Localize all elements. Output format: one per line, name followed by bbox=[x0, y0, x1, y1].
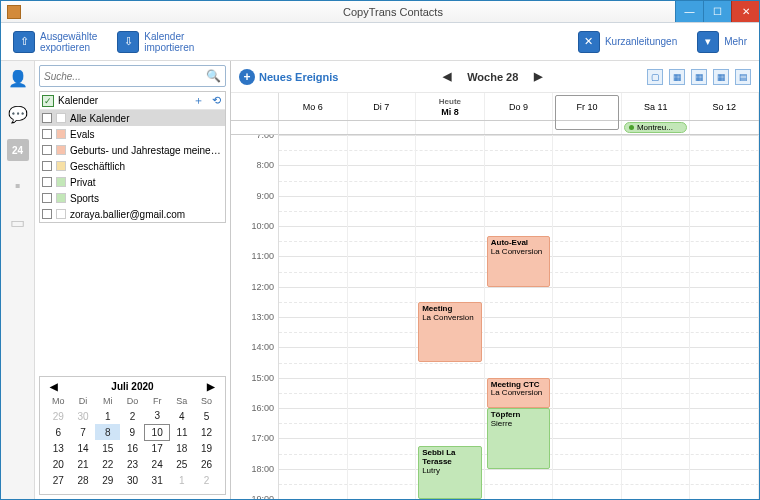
allday-cell[interactable] bbox=[485, 121, 554, 134]
calendar-row[interactable]: Evals bbox=[40, 126, 225, 142]
minical-day[interactable]: 18 bbox=[170, 440, 195, 456]
rail-device-icon[interactable]: ▭ bbox=[7, 211, 29, 233]
calendar-row[interactable]: Geschäftlich bbox=[40, 158, 225, 174]
rail-contacts-icon[interactable]: 👤 bbox=[7, 67, 29, 89]
calendar-checkbox[interactable] bbox=[42, 161, 52, 171]
minical-day[interactable]: 9 bbox=[120, 424, 145, 440]
calendar-checkbox[interactable] bbox=[42, 193, 52, 203]
calendar-event[interactable]: MeetingLa Conversion bbox=[418, 302, 482, 363]
minical-day[interactable]: 19 bbox=[194, 440, 219, 456]
day-header[interactable]: Sa 11 bbox=[622, 93, 691, 120]
search-icon[interactable]: 🔍 bbox=[206, 69, 221, 83]
minical-day[interactable]: 4 bbox=[170, 408, 195, 424]
day-column[interactable] bbox=[690, 135, 759, 499]
minical-day[interactable]: 20 bbox=[46, 456, 71, 472]
rail-messages-icon[interactable]: 💬 bbox=[7, 103, 29, 125]
minical-day[interactable]: 31 bbox=[145, 472, 170, 488]
calendar-checkbox[interactable] bbox=[42, 113, 52, 123]
refresh-calendar-icon[interactable]: ⟲ bbox=[209, 94, 223, 108]
minical-day[interactable]: 14 bbox=[71, 440, 96, 456]
calendar-event[interactable]: Meeting CTCLa Conversion bbox=[487, 378, 551, 408]
day-column[interactable]: Auto-EvalLa ConversionMeeting CTCLa Conv… bbox=[485, 135, 554, 499]
minical-day[interactable]: 15 bbox=[95, 440, 120, 456]
minical-day[interactable]: 13 bbox=[46, 440, 71, 456]
calendar-row[interactable]: Privat bbox=[40, 174, 225, 190]
view-workweek[interactable]: ▦ bbox=[669, 69, 685, 85]
allday-cell[interactable]: Montreu... bbox=[622, 121, 691, 134]
rail-calendar-icon[interactable]: 24 bbox=[7, 139, 29, 161]
minical-day[interactable]: 7 bbox=[71, 424, 96, 440]
allday-cell[interactable] bbox=[348, 121, 417, 134]
minical-day[interactable]: 23 bbox=[120, 456, 145, 472]
minical-day[interactable]: 28 bbox=[71, 472, 96, 488]
add-calendar-icon[interactable]: ＋ bbox=[191, 94, 205, 108]
minical-day[interactable]: 29 bbox=[95, 472, 120, 488]
day-header[interactable]: Do 9 bbox=[485, 93, 554, 120]
window-minimize[interactable]: — bbox=[675, 1, 703, 22]
minical-day[interactable]: 10 bbox=[145, 424, 170, 440]
view-agenda[interactable]: ▤ bbox=[735, 69, 751, 85]
minical-day[interactable]: 3 bbox=[145, 408, 170, 424]
minical-day[interactable]: 30 bbox=[120, 472, 145, 488]
time-grid[interactable]: 7:008:009:0010:0011:0012:0013:0014:0015:… bbox=[231, 135, 759, 499]
calendar-checkbox[interactable] bbox=[42, 129, 52, 139]
calendar-row[interactable]: Sports bbox=[40, 190, 225, 206]
minical-day[interactable]: 2 bbox=[120, 408, 145, 424]
view-week[interactable]: ▦ bbox=[691, 69, 707, 85]
day-header[interactable]: HeuteMi 8 bbox=[416, 93, 485, 120]
allday-event[interactable]: Montreu... bbox=[624, 122, 688, 133]
minical-day[interactable]: 12 bbox=[194, 424, 219, 440]
minical-day[interactable]: 1 bbox=[170, 472, 195, 488]
calendar-row[interactable]: Geburts- und Jahrestage meiner Konta... bbox=[40, 142, 225, 158]
minical-next[interactable]: ▶ bbox=[203, 381, 219, 392]
import-calendar-button[interactable]: ⇩ Kalenderimportieren bbox=[111, 29, 200, 55]
minical-day[interactable]: 8 bbox=[95, 424, 120, 440]
day-header[interactable]: Fr 10 bbox=[553, 93, 622, 120]
minical-prev[interactable]: ◀ bbox=[46, 381, 62, 392]
minical-day[interactable]: 16 bbox=[120, 440, 145, 456]
search-box[interactable]: 🔍 bbox=[39, 65, 226, 87]
minical-day[interactable]: 1 bbox=[95, 408, 120, 424]
day-column[interactable] bbox=[622, 135, 691, 499]
minical-day[interactable]: 6 bbox=[46, 424, 71, 440]
new-event-button[interactable]: + Neues Ereignis bbox=[239, 69, 338, 85]
window-close[interactable]: ✕ bbox=[731, 1, 759, 22]
calendar-checkbox[interactable] bbox=[42, 177, 52, 187]
day-column[interactable] bbox=[279, 135, 348, 499]
minical-day[interactable]: 26 bbox=[194, 456, 219, 472]
minical-day[interactable]: 30 bbox=[71, 408, 96, 424]
calendar-event[interactable]: Auto-EvalLa Conversion bbox=[487, 236, 551, 287]
minical-day[interactable]: 25 bbox=[170, 456, 195, 472]
day-column[interactable] bbox=[553, 135, 622, 499]
window-maximize[interactable]: ☐ bbox=[703, 1, 731, 22]
allday-cell[interactable] bbox=[279, 121, 348, 134]
day-column[interactable] bbox=[348, 135, 417, 499]
rail-notes-icon[interactable]: ▪ bbox=[7, 175, 29, 197]
calendar-row[interactable]: zoraya.ballier@gmail.com bbox=[40, 206, 225, 222]
minical-day[interactable]: 22 bbox=[95, 456, 120, 472]
calendar-master-checkbox[interactable]: ✓ bbox=[42, 95, 54, 107]
calendar-checkbox[interactable] bbox=[42, 145, 52, 155]
minical-day[interactable]: 27 bbox=[46, 472, 71, 488]
search-input[interactable] bbox=[44, 71, 206, 82]
calendar-event[interactable]: Sebbi La TerasseLutry bbox=[418, 446, 482, 499]
view-month[interactable]: ▦ bbox=[713, 69, 729, 85]
day-header[interactable]: So 12 bbox=[690, 93, 759, 120]
allday-cell[interactable] bbox=[553, 121, 622, 134]
minical-day[interactable]: 24 bbox=[145, 456, 170, 472]
minical-day[interactable]: 29 bbox=[46, 408, 71, 424]
minical-day[interactable]: 17 bbox=[145, 440, 170, 456]
more-button[interactable]: ▾ Mehr bbox=[691, 29, 753, 55]
guides-button[interactable]: ✕ Kurzanleitungen bbox=[572, 29, 683, 55]
week-prev[interactable]: ◀ bbox=[441, 68, 453, 85]
minical-day[interactable]: 5 bbox=[194, 408, 219, 424]
export-selected-button[interactable]: ⇧ Ausgewählteexportieren bbox=[7, 29, 103, 55]
calendar-row[interactable]: Alle Kalender bbox=[40, 110, 225, 126]
allday-cell[interactable] bbox=[690, 121, 759, 134]
calendar-checkbox[interactable] bbox=[42, 209, 52, 219]
minical-day[interactable]: 11 bbox=[170, 424, 195, 440]
day-header[interactable]: Di 7 bbox=[348, 93, 417, 120]
minical-day[interactable]: 21 bbox=[71, 456, 96, 472]
week-next[interactable]: ▶ bbox=[532, 68, 544, 85]
minical-day[interactable]: 2 bbox=[194, 472, 219, 488]
